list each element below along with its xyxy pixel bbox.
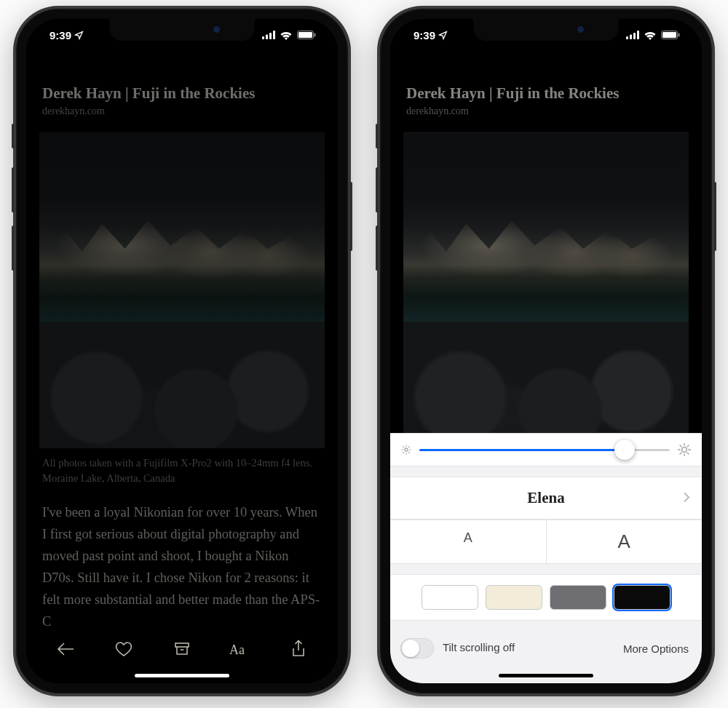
svg-rect-0 <box>262 36 264 39</box>
svg-rect-3 <box>273 31 275 39</box>
theme-black-button[interactable] <box>614 585 670 610</box>
brightness-low-icon <box>400 444 412 456</box>
svg-rect-5 <box>298 32 312 38</box>
svg-rect-6 <box>314 33 316 37</box>
screen: 9:39 Derek Hayn | Fuji in the Rockies de… <box>390 19 702 683</box>
home-indicator[interactable] <box>499 674 593 677</box>
svg-point-16 <box>405 448 408 451</box>
text-size-increase-button[interactable]: A <box>546 520 703 563</box>
svg-line-24 <box>408 447 409 448</box>
text-settings-button[interactable]: Aa <box>226 637 255 661</box>
svg-line-32 <box>680 453 681 454</box>
svg-rect-1 <box>266 35 268 40</box>
back-button[interactable] <box>51 637 80 661</box>
location-icon <box>74 31 84 40</box>
article-body: I've been a loyal Nikonian for over 10 y… <box>42 502 322 633</box>
text-size-row: A A <box>390 520 702 564</box>
svg-line-30 <box>680 445 681 447</box>
article-view[interactable]: Derek Hayn | Fuji in the Rockies derekha… <box>26 19 338 683</box>
share-button[interactable] <box>284 637 313 661</box>
article-domain: derekhayn.com <box>42 106 322 117</box>
battery-icon <box>297 31 316 39</box>
svg-rect-9 <box>626 36 628 39</box>
svg-point-25 <box>682 448 687 453</box>
chevron-right-icon <box>683 489 690 507</box>
status-time: 9:39 <box>50 29 71 41</box>
tilt-scrolling-toggle[interactable] <box>400 638 434 659</box>
svg-rect-7 <box>175 643 189 647</box>
svg-line-31 <box>687 453 689 454</box>
article-hero-image <box>403 132 689 448</box>
svg-line-21 <box>403 447 404 448</box>
svg-rect-12 <box>637 31 639 39</box>
svg-rect-14 <box>662 32 676 38</box>
theme-sepia-button[interactable] <box>486 585 542 610</box>
notch <box>109 19 255 41</box>
svg-rect-2 <box>269 33 272 39</box>
image-caption: All photos taken with a Fujifilm X-Pro2 … <box>42 456 322 486</box>
font-name-label: Elena <box>527 489 564 507</box>
like-button[interactable] <box>109 637 138 661</box>
cellular-icon <box>626 31 639 39</box>
wifi-icon <box>644 31 657 40</box>
svg-rect-10 <box>630 35 632 40</box>
notch <box>473 19 619 41</box>
svg-line-33 <box>687 445 689 447</box>
svg-rect-15 <box>678 33 680 37</box>
status-time: 9:39 <box>414 29 435 41</box>
article-title: Derek Hayn | Fuji in the Rockies <box>406 84 686 103</box>
phone-mockup-left: 9:39 Derek Hayn | Fuji in the Rockies de… <box>15 7 349 695</box>
brightness-row <box>390 433 702 466</box>
more-options-button[interactable]: More Options <box>623 643 689 655</box>
phone-mockup-right: 9:39 Derek Hayn | Fuji in the Rockies de… <box>379 7 713 695</box>
wifi-icon <box>280 31 293 40</box>
svg-text:Aa: Aa <box>229 643 245 657</box>
home-indicator[interactable] <box>135 674 229 677</box>
brightness-slider[interactable] <box>419 449 670 451</box>
theme-row <box>390 574 702 621</box>
text-settings-sheet: Elena A A Tilt scrolling off <box>390 433 702 683</box>
article-hero-image <box>39 132 325 448</box>
screen: 9:39 Derek Hayn | Fuji in the Rockies de… <box>26 19 338 683</box>
location-icon <box>438 31 448 40</box>
archive-button[interactable] <box>167 637 197 661</box>
article-domain: derekhayn.com <box>406 106 686 117</box>
tilt-scrolling-label: Tilt scrolling off <box>443 641 515 653</box>
theme-white-button[interactable] <box>422 585 478 610</box>
font-picker-button[interactable]: Elena <box>390 477 702 520</box>
svg-rect-11 <box>633 33 636 39</box>
cellular-icon <box>262 31 275 39</box>
battery-icon <box>661 31 680 39</box>
tilt-scrolling-toggle-row[interactable]: Tilt scrolling off <box>400 638 515 659</box>
sheet-footer: Tilt scrolling off More Options <box>390 628 702 663</box>
article-title: Derek Hayn | Fuji in the Rockies <box>42 84 322 103</box>
text-size-decrease-button[interactable]: A <box>390 520 546 563</box>
svg-line-23 <box>403 452 404 453</box>
theme-gray-button[interactable] <box>550 585 606 610</box>
brightness-high-icon <box>677 442 692 457</box>
svg-line-22 <box>408 452 409 453</box>
